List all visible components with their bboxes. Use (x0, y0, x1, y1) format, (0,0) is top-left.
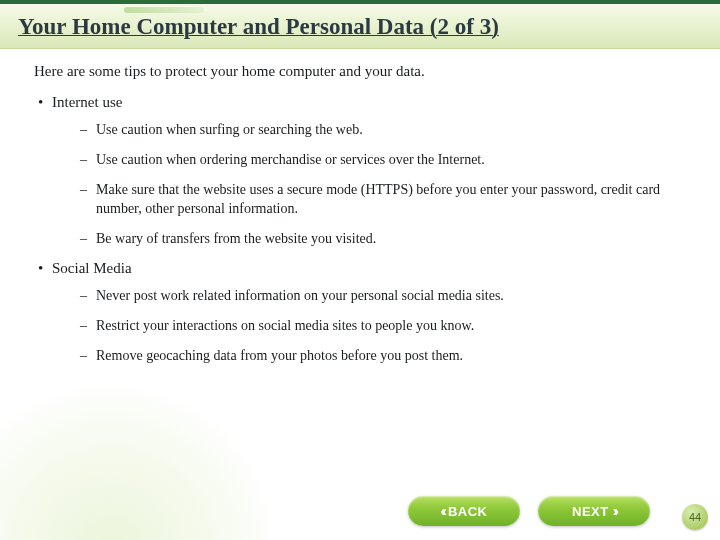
section-list: Internet use Use caution when surfing or… (34, 94, 692, 366)
section-heading: Social Media (34, 260, 692, 277)
back-label: BACK (448, 504, 488, 519)
sub-list: Never post work related information on y… (34, 287, 692, 366)
list-item: Use caution when ordering merchandise or… (80, 151, 682, 169)
page-number-badge: 44 (682, 504, 708, 530)
section-social-media: Social Media Never post work related inf… (34, 260, 692, 366)
intro-text: Here are some tips to protect your home … (34, 63, 692, 80)
content-area: Here are some tips to protect your home … (0, 49, 720, 388)
list-item: Never post work related information on y… (80, 287, 682, 305)
page-title: Your Home Computer and Personal Data (2 … (18, 14, 702, 40)
sub-list: Use caution when surfing or searching th… (34, 121, 692, 248)
next-label: NEXT (572, 504, 609, 519)
nav-bar: ‹‹ BACK NEXT ›› (408, 496, 650, 526)
page-number: 44 (689, 511, 701, 523)
back-button[interactable]: ‹‹ BACK (408, 496, 520, 526)
chevron-right-icon: ›› (613, 503, 616, 519)
list-item: Use caution when surfing or searching th… (80, 121, 682, 139)
list-item: Restrict your interactions on social med… (80, 317, 682, 335)
background-decoration (0, 380, 280, 540)
title-bar: Your Home Computer and Personal Data (2 … (0, 4, 720, 49)
list-item: Remove geocaching data from your photos … (80, 347, 682, 365)
section-internet-use: Internet use Use caution when surfing or… (34, 94, 692, 248)
section-heading: Internet use (34, 94, 692, 111)
list-item: Make sure that the website uses a secure… (80, 181, 682, 217)
next-button[interactable]: NEXT ›› (538, 496, 650, 526)
list-item: Be wary of transfers from the website yo… (80, 230, 682, 248)
chevron-left-icon: ‹‹ (441, 503, 444, 519)
